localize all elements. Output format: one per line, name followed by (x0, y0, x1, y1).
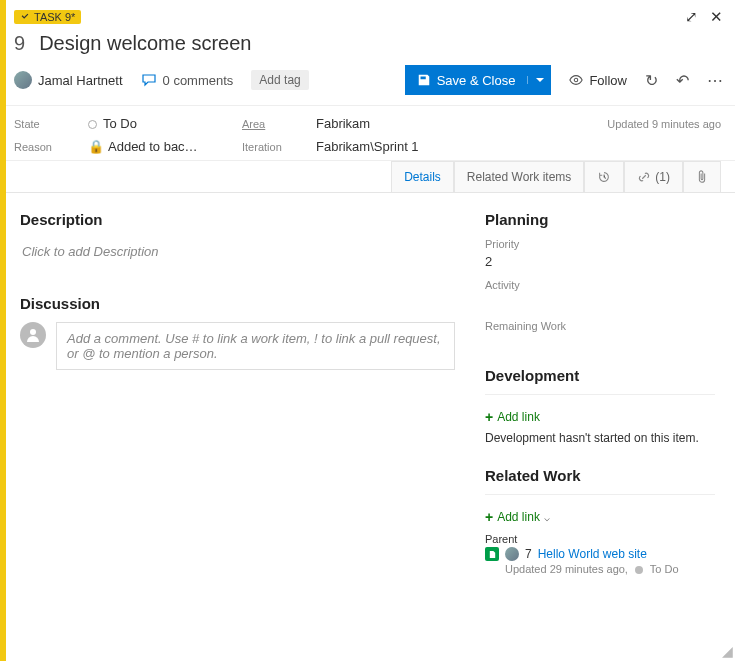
avatar (14, 71, 32, 89)
link-icon (637, 170, 651, 184)
chevron-down-icon (536, 76, 544, 84)
assignee-picker[interactable]: Jamal Hartnett (14, 71, 123, 89)
comments-button[interactable]: 0 comments (141, 72, 234, 88)
refresh-button[interactable]: ↻ (645, 71, 658, 90)
activity-label: Activity (485, 279, 715, 291)
comment-icon (141, 72, 157, 88)
work-item-type-label: TASK 9* (34, 11, 75, 23)
development-heading: Development (485, 367, 715, 384)
discussion-heading: Discussion (20, 295, 455, 312)
lock-icon: 🔒 (88, 139, 104, 154)
related-work-heading: Related Work (485, 467, 715, 484)
plus-icon: + (485, 409, 493, 425)
comments-label: 0 comments (163, 73, 234, 88)
priority-label: Priority (485, 238, 715, 250)
work-item-type-chip: TASK 9* (14, 10, 81, 24)
parent-label: Parent (485, 533, 715, 545)
follow-button[interactable]: Follow (569, 73, 627, 88)
close-icon[interactable]: ✕ (710, 8, 723, 26)
related-add-link-button[interactable]: +Add link⌵ (485, 509, 550, 525)
save-icon (417, 73, 431, 87)
parent-id: 7 (525, 547, 532, 561)
plus-icon: + (485, 509, 493, 525)
state-value[interactable]: To Do (88, 116, 228, 131)
area-label: Area (242, 118, 302, 130)
description-input[interactable]: Click to add Description (20, 238, 455, 265)
chevron-down-icon: ⌵ (544, 512, 550, 523)
svg-point-1 (30, 329, 36, 335)
parent-link-row[interactable]: 7 Hello World web site (485, 547, 715, 561)
save-label: Save & Close (437, 73, 516, 88)
save-dropdown-button[interactable] (527, 76, 551, 84)
avatar (505, 547, 519, 561)
work-item-id: 9 (14, 32, 25, 55)
state-label: State (14, 118, 74, 130)
undo-button[interactable]: ↶ (676, 71, 689, 90)
reason-label: Reason (14, 141, 74, 153)
description-heading: Description (20, 211, 455, 228)
updated-label: Updated 9 minutes ago (607, 118, 721, 130)
iteration-value[interactable]: Fabrikam\Sprint 1 (316, 139, 593, 154)
priority-value[interactable]: 2 (485, 254, 715, 269)
check-icon (20, 12, 30, 22)
expand-icon[interactable]: ⤢ (685, 8, 698, 26)
reason-value[interactable]: 🔒Added to bac… (88, 139, 228, 154)
person-icon (25, 327, 41, 343)
development-add-link-button[interactable]: +Add link (485, 409, 540, 425)
parent-title-link[interactable]: Hello World web site (538, 547, 647, 561)
save-and-close-button[interactable]: Save & Close (405, 65, 552, 95)
history-icon (597, 170, 611, 184)
parent-meta: Updated 29 minutes ago, To Do (505, 563, 715, 575)
assignee-name: Jamal Hartnett (38, 73, 123, 88)
tab-links[interactable]: (1) (624, 161, 683, 192)
remaining-work-value[interactable] (485, 336, 715, 351)
area-value[interactable]: Fabrikam (316, 116, 593, 131)
follow-label: Follow (589, 73, 627, 88)
svg-point-0 (575, 78, 579, 82)
add-tag-button[interactable]: Add tag (251, 70, 308, 90)
current-user-avatar (20, 322, 46, 348)
state-dot-icon (635, 566, 643, 574)
tab-attachments[interactable] (683, 161, 721, 192)
tab-details[interactable]: Details (391, 161, 454, 192)
work-item-title[interactable]: Design welcome screen (39, 32, 251, 55)
iteration-label: Iteration (242, 141, 302, 153)
remaining-work-label: Remaining Work (485, 320, 715, 332)
pbi-badge-icon (485, 547, 499, 561)
eye-icon (569, 73, 583, 87)
state-dot-icon (88, 120, 97, 129)
more-actions-button[interactable]: ⋯ (707, 71, 723, 90)
work-item-color-bar (0, 0, 6, 661)
tab-history[interactable] (584, 161, 624, 192)
activity-value[interactable] (485, 295, 715, 310)
attachment-icon (696, 170, 708, 184)
discussion-input[interactable]: Add a comment. Use # to link a work item… (56, 322, 455, 370)
tab-related-work-items[interactable]: Related Work items (454, 161, 584, 192)
development-status: Development hasn't started on this item. (485, 431, 715, 445)
planning-heading: Planning (485, 211, 715, 228)
